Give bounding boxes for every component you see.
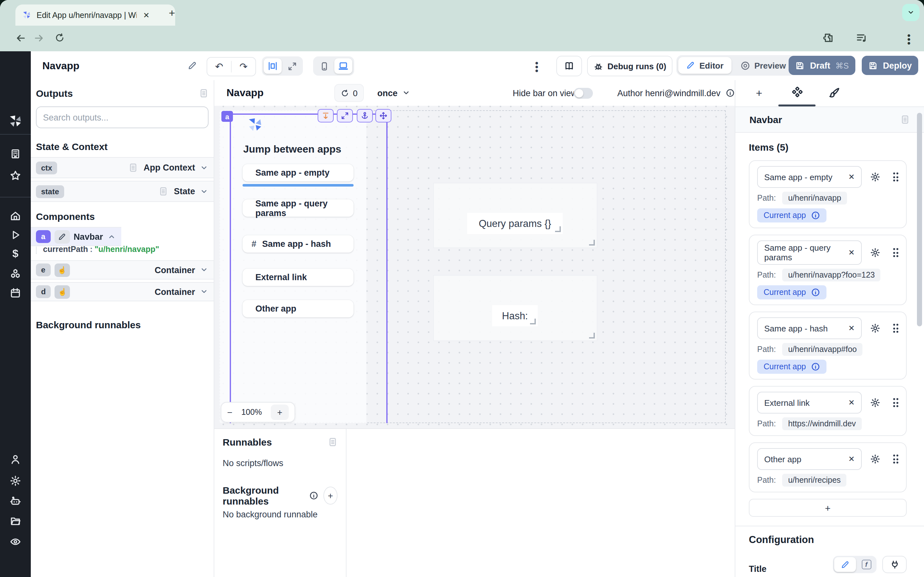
users-icon[interactable] — [0, 454, 31, 466]
item-path[interactable]: u/henri/recipes — [782, 474, 846, 487]
settings-icon[interactable] — [0, 475, 31, 487]
drag-handle-icon[interactable] — [893, 455, 898, 464]
tab-search-chevron-button[interactable] — [902, 4, 919, 21]
add-background-runnable-button[interactable]: + — [323, 487, 338, 504]
container-component-e[interactable]: Query params {} — [433, 183, 598, 248]
expand-down-button[interactable] — [318, 109, 334, 122]
extensions-icon[interactable] — [822, 32, 834, 44]
redo-button[interactable]: ↷ — [231, 61, 255, 73]
workers-icon[interactable] — [0, 496, 31, 507]
drag-handle-icon[interactable] — [893, 398, 898, 407]
desktop-view-button[interactable] — [334, 58, 352, 74]
item-settings-icon[interactable] — [870, 323, 880, 334]
static-mode-button[interactable] — [834, 557, 856, 572]
deploy-button[interactable]: Deploy — [862, 56, 918, 75]
media-controls-icon[interactable] — [856, 32, 867, 44]
component-row-d[interactable]: d ☝ Container — [31, 282, 214, 301]
remove-item-icon[interactable]: ✕ — [848, 398, 855, 407]
output-row-state[interactable]: state State — [31, 181, 214, 202]
mobile-view-button[interactable] — [315, 58, 333, 74]
insert-component-tab[interactable]: + — [756, 87, 762, 100]
nav-item-other-app[interactable]: Other app — [242, 300, 354, 318]
hash-text[interactable]: Hash: — [492, 305, 538, 326]
query-params-text[interactable]: Query params {} — [467, 213, 563, 234]
item-label-input[interactable]: External link✕ — [757, 392, 862, 414]
nav-item-external-link[interactable]: External link — [242, 269, 354, 286]
item-label-input[interactable]: Other app✕ — [757, 448, 862, 470]
item-path[interactable]: https://windmill.dev — [782, 417, 861, 430]
info-icon[interactable] — [726, 89, 735, 97]
resources-icon[interactable] — [0, 268, 31, 279]
move-button[interactable] — [375, 109, 391, 122]
item-path[interactable]: u/henri/navapp — [782, 192, 846, 205]
container-component-d[interactable]: Hash: — [433, 275, 598, 341]
forward-icon[interactable] — [33, 33, 44, 44]
anchor-button[interactable] — [357, 109, 373, 122]
zoom-out-button[interactable]: − — [227, 407, 232, 417]
back-icon[interactable] — [15, 33, 26, 44]
remove-item-icon[interactable]: ✕ — [848, 455, 855, 464]
app-canvas[interactable]: a Jump between apps Same app - empty Sam… — [214, 106, 735, 428]
nav-item-query-params[interactable]: Same app - query params — [242, 199, 354, 217]
docs-button[interactable] — [556, 56, 582, 76]
currentpath-key[interactable]: currentPath — [43, 245, 88, 254]
remove-item-icon[interactable]: ✕ — [848, 324, 855, 333]
rename-app-icon[interactable] — [187, 51, 197, 80]
edit-id-icon[interactable] — [54, 230, 69, 243]
zoom-in-button[interactable]: + — [271, 405, 289, 420]
schedules-icon[interactable] — [0, 287, 31, 299]
refresh-count-button[interactable]: 0 — [334, 84, 364, 102]
debug-runs-button[interactable]: Debug runs (0) — [587, 56, 672, 76]
collapse-panel-icon[interactable] — [199, 89, 208, 98]
item-settings-icon[interactable] — [870, 247, 880, 258]
centered-layout-button[interactable] — [264, 58, 282, 74]
draft-button[interactable]: Draft⌘S — [788, 56, 855, 75]
full-width-button[interactable] — [283, 58, 301, 74]
audit-logs-icon[interactable] — [0, 536, 31, 548]
item-label-input[interactable]: Same app - query params✕ — [757, 240, 862, 265]
remove-item-icon[interactable]: ✕ — [848, 172, 855, 181]
nav-item-hash[interactable]: #Same app - hash — [242, 235, 354, 253]
reload-icon[interactable] — [55, 33, 65, 43]
collapse-panel-icon[interactable] — [900, 115, 910, 124]
search-outputs-input[interactable]: Search outputs... — [36, 106, 208, 128]
connect-input-button[interactable] — [882, 556, 907, 573]
component-row-a[interactable]: a Navbar — [31, 227, 121, 246]
preview-tab[interactable]: Preview — [732, 61, 793, 70]
styling-tab[interactable] — [829, 87, 841, 99]
editor-tab[interactable]: Editor — [678, 57, 731, 74]
browser-menu-icon[interactable]: ••• — [907, 33, 911, 45]
browser-tab[interactable]: Edit App u/henri/navapp | Win ✕ — [15, 5, 175, 26]
drag-handle-icon[interactable] — [893, 172, 898, 181]
runs-icon[interactable] — [0, 229, 31, 240]
info-icon[interactable] — [309, 491, 318, 500]
output-row-ctx[interactable]: ctx App Context — [31, 157, 214, 178]
item-label-input[interactable]: Same app - empty✕ — [757, 166, 862, 188]
currentpath-value[interactable]: "u/henri/navapp" — [95, 245, 160, 254]
workspace-icon[interactable] — [0, 148, 31, 160]
hide-bar-toggle[interactable] — [573, 80, 593, 106]
undo-button[interactable]: ↶ — [207, 61, 231, 73]
add-item-button[interactable]: + — [749, 499, 907, 517]
component-settings-tab[interactable] — [791, 87, 803, 99]
panel-scrollbar[interactable] — [917, 113, 922, 326]
more-options-icon[interactable]: ••• — [535, 61, 538, 73]
drag-handle-icon[interactable] — [893, 324, 898, 333]
item-settings-icon[interactable] — [870, 398, 880, 408]
new-tab-button[interactable]: + — [169, 8, 175, 18]
collapse-panel-icon[interactable] — [328, 437, 338, 447]
fullsize-button[interactable] — [337, 109, 353, 122]
item-label-input[interactable]: Same app - hash✕ — [757, 318, 862, 339]
windmill-logo-icon[interactable] — [0, 113, 31, 129]
refresh-mode-dropdown[interactable]: once — [377, 80, 410, 106]
folders-icon[interactable] — [0, 515, 31, 526]
drag-handle-icon[interactable] — [893, 248, 898, 257]
item-settings-icon[interactable] — [870, 172, 880, 182]
fx-mode-button[interactable]: f — [857, 557, 875, 572]
item-path[interactable]: u/henri/navapp?foo=123 — [782, 269, 880, 282]
nav-item-same-app-empty[interactable]: Same app - empty — [242, 164, 354, 181]
remove-item-icon[interactable]: ✕ — [848, 248, 855, 257]
item-path[interactable]: u/henri/navapp#foo — [782, 343, 863, 356]
component-row-e[interactable]: e ☝ Container — [31, 260, 214, 279]
variables-icon[interactable]: $ — [0, 247, 31, 260]
